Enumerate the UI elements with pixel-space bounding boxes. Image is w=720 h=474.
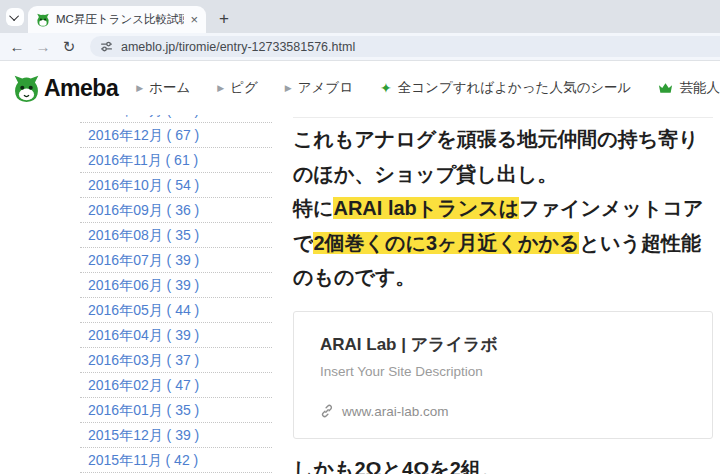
text-run: のほか、ショップ貸し出し。 (293, 163, 557, 185)
address-bar[interactable]: ameblo.jp/tiromie/entry-12733581576.html (90, 36, 720, 57)
tab-close-icon[interactable]: × (190, 13, 198, 26)
link-card-url-row[interactable]: www.arai-lab.com (320, 404, 686, 419)
archive-item[interactable]: 2016年11月 ( 61 ) (80, 148, 272, 173)
nav-label: 全コンプすればよかった人気のシール (398, 79, 632, 97)
nav-item-home[interactable]: ▶ ホーム (136, 79, 190, 97)
text-run: のものです。 (293, 266, 415, 288)
nav-label: アメブロ (298, 79, 353, 97)
nav-item-pigg[interactable]: ▶ ピグ (217, 79, 258, 97)
embedded-link-card[interactable]: ARAI Lab | アライラボ Insert Your Site Descri… (293, 311, 713, 439)
browser-toolbar: ← → ↻ ameblo.jp/tiromie/entry-1273358157… (0, 33, 720, 61)
highlighted-text: 2個巻くのに3ヶ月近くかかる (313, 232, 579, 254)
link-card-title: ARAI Lab | アライラボ (320, 333, 686, 356)
ameba-favicon-icon (36, 13, 50, 27)
text-run: という超性能 (579, 232, 700, 254)
arrow-icon: ▶ (285, 83, 292, 93)
highlighted-text: ARAI labトランスは (333, 197, 519, 219)
site-settings-icon[interactable] (100, 40, 113, 53)
link-icon (320, 404, 334, 418)
tab-strip: MC昇圧トランス比較試聴オフ会 | × + (0, 0, 720, 33)
ameba-mascot-icon (13, 74, 40, 103)
archive-item[interactable]: 2016年07月 ( 39 ) (80, 248, 272, 273)
archive-item[interactable]: 2016年03月 ( 37 ) (80, 348, 272, 373)
archive-item[interactable]: 2016年06月 ( 39 ) (80, 273, 272, 298)
tab-title: MC昇圧トランス比較試聴オフ会 | (56, 12, 184, 27)
article-paragraph-2: しかも2Ωと4Ωを2組。 (293, 456, 713, 474)
archive-item[interactable]: 2016年02月 ( 47 ) (80, 373, 272, 398)
new-tab-button[interactable]: + (212, 7, 236, 31)
sparkle-icon: ✦ (380, 80, 392, 96)
nav-label: ピグ (230, 79, 258, 97)
article-main: これもアナログを頑張る地元仲間の持ち寄りのほか、ショップ貸し出し。特にARAI … (293, 117, 713, 474)
ameba-logo-text: Ameba (44, 75, 118, 102)
link-card-description: Insert Your Site Description (320, 364, 686, 379)
arrow-icon: ▶ (217, 83, 224, 93)
header-nav: ▶ ホーム ▶ ピグ ▶ アメブロ ✦ 全コンプすればよかった人気のシール 芸能… (136, 79, 720, 97)
archive-item[interactable]: 2015年11月 ( 42 ) (80, 448, 272, 473)
nav-item-celebrity-blog[interactable]: 芸能人ブログ (658, 79, 720, 97)
archive-item[interactable]: 2016年08月 ( 35 ) (80, 223, 272, 248)
text-run: で (293, 232, 313, 254)
nav-label: 芸能人ブログ (679, 79, 720, 97)
text-run: 特に (293, 197, 333, 219)
link-card-url: www.arai-lab.com (342, 404, 449, 419)
browser-window: MC昇圧トランス比較試聴オフ会 | × + ← → ↻ ameblo.jp/ti… (0, 0, 720, 474)
archive-item[interactable]: 2016年12月 ( 67 ) (80, 123, 272, 148)
crown-icon (658, 82, 673, 94)
ameba-logo[interactable]: Ameba (13, 74, 118, 103)
archive-item[interactable]: 2015年12月 ( 39 ) (80, 423, 272, 448)
back-icon[interactable]: ← (4, 38, 30, 55)
archive-item[interactable]: 2016年01月 ( 35 ) (80, 398, 272, 423)
text-run: ファインメットコア (519, 197, 703, 219)
archive-item[interactable]: 2017年01月 ( 62 ) (80, 115, 272, 123)
archive-item[interactable]: 2016年10月 ( 54 ) (80, 173, 272, 198)
text-run: これもアナログを頑張る地元仲間の持ち寄り (293, 128, 699, 150)
archive-item[interactable]: 2016年05月 ( 44 ) (80, 298, 272, 323)
url-text: ameblo.jp/tiromie/entry-12733581576.html (121, 40, 355, 54)
arrow-icon: ▶ (136, 83, 143, 93)
archive-item[interactable]: 2016年04月 ( 39 ) (80, 323, 272, 348)
chevron-down-icon (9, 11, 19, 21)
reload-icon[interactable]: ↻ (56, 38, 82, 56)
forward-icon[interactable]: → (30, 38, 56, 55)
nav-item-ameblo[interactable]: ▶ アメブロ (285, 79, 353, 97)
sidebar-archive: 2017年01月 ( 62 )2016年12月 ( 67 )2016年11月 (… (80, 115, 272, 474)
nav-label: ホーム (149, 79, 190, 97)
browser-tab[interactable]: MC昇圧トランス比較試聴オフ会 | × (28, 6, 206, 33)
article-paragraph: これもアナログを頑張る地元仲間の持ち寄りのほか、ショップ貸し出し。特にARAI … (293, 122, 713, 295)
archive-list: 2017年01月 ( 62 )2016年12月 ( 67 )2016年11月 (… (80, 115, 272, 473)
tab-search-button[interactable] (6, 8, 24, 26)
nav-item-stickers[interactable]: ✦ 全コンプすればよかった人気のシール (380, 79, 631, 97)
archive-item[interactable]: 2016年09月 ( 36 ) (80, 198, 272, 223)
ameba-header: Ameba ▶ ホーム ▶ ピグ ▶ アメブロ ✦ 全コンプすればよかった人気の… (0, 61, 720, 115)
